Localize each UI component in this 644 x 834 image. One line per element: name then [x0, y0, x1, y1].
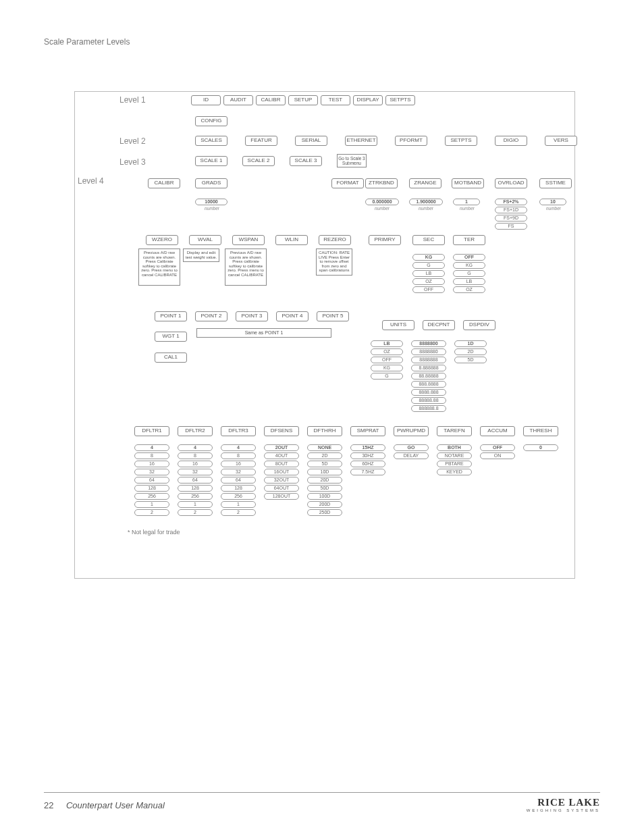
ovrload-0: FS+2% [495, 199, 527, 205]
dfltr2-6: 256 [178, 493, 213, 500]
l3-1: SCALE 2 [242, 156, 275, 166]
l2-featur: FEATUR [245, 136, 277, 146]
units-3: KG [371, 365, 403, 371]
tarefn-2: PBTARE [437, 461, 472, 467]
l1-display: DISPLAY [353, 95, 383, 105]
dfthrh-6: 100D [307, 493, 342, 500]
prim-decpnt: DECPNT [423, 320, 455, 330]
units-4: G [371, 373, 403, 380]
dfltr3-5: 128 [221, 485, 256, 492]
dfltr3-7: 1 [221, 501, 256, 508]
ter-4: OZ [453, 286, 485, 293]
dfthrh-7: 200D [307, 501, 342, 508]
dfltr1-5: 128 [134, 485, 169, 492]
dec-4: 88.88888 [411, 373, 446, 380]
dfltr2-4: 64 [178, 477, 213, 484]
br-thresh: THRESH [523, 426, 558, 436]
dfltr2-8: 2 [178, 509, 213, 516]
fmt-primry: PRIMRY [369, 235, 401, 245]
l4-ztrkbnd: ZTRKBND [365, 178, 398, 188]
br-dfltr2: DFLTR2 [178, 426, 213, 436]
units-2: OFF [371, 357, 403, 363]
dfsens-2: 8OUT [264, 461, 299, 467]
prim-dspdiv: DSPDIV [463, 320, 495, 330]
dfsens-5: 64OUT [264, 485, 299, 492]
pwrupmd-0: GO [394, 444, 429, 451]
same-note: Same as POINT 1 [196, 328, 331, 338]
l2-serial: SERIAL [295, 136, 327, 146]
dec-6: 8888.888 [411, 389, 446, 396]
zrange-val: 1.900000 [409, 199, 443, 205]
smprat-0: 15HZ [350, 444, 385, 451]
dfsens-6: 128OUT [264, 493, 299, 500]
smprat-2: 60HZ [350, 461, 385, 467]
l3-2: SCALE 3 [290, 156, 322, 166]
l2-digio: DIGIO [495, 136, 527, 146]
l1-test: TEST [321, 95, 350, 105]
ter-0: OFF [453, 254, 485, 261]
rezero-desc: CAUTION: RATE LIVE Press Enter to remove… [316, 249, 352, 276]
dfltr2-0: 4 [178, 444, 213, 451]
l2-ethernet: ETHERNET [345, 136, 377, 146]
dec-3: 8.888888 [411, 365, 446, 371]
br-dfthrh: DFTHRH [307, 426, 342, 436]
dfltr1-7: 1 [134, 501, 169, 508]
tarefn-1: NOTARE [437, 452, 472, 459]
logo: RICE LAKE [527, 797, 600, 808]
ztrkbnd-cap: number [361, 206, 403, 211]
br-dfsens: DFSENS [264, 426, 299, 436]
ovrload-2: FS+9D [495, 215, 527, 221]
dfltr3-8: 2 [221, 509, 256, 516]
cal-wlin: WLIN [275, 235, 308, 245]
motband-val: 1 [453, 199, 480, 205]
sec-0: KG [412, 254, 445, 261]
l4-sstime: SSTIME [539, 178, 572, 188]
l4-zrange: ZRANGE [409, 178, 441, 188]
dfltr3-2: 16 [221, 461, 256, 467]
br-smprat: SMPRAT [350, 426, 385, 436]
dfthrh-0: NONE [307, 444, 342, 451]
pt-3: POINT 4 [276, 311, 308, 321]
l3-0: SCALE 1 [195, 156, 227, 166]
l1-setpts: SETPTS [385, 95, 415, 105]
units-1: OZ [371, 348, 403, 355]
dsp-2: 5D [454, 357, 487, 363]
dfthrh-4: 20D [307, 477, 342, 484]
accum-0: OFF [480, 444, 515, 451]
l4-format: FORMAT [331, 178, 364, 188]
dfltr3-1: 8 [221, 452, 256, 459]
ovrload-1: FS+1D [495, 207, 527, 213]
dec-2: 8888888 [411, 357, 446, 363]
l2-pformt: PFORMT [395, 136, 427, 146]
cal-wval: WVAL [189, 235, 221, 245]
dfltr3-0: 4 [221, 444, 256, 451]
pt-0: POINT 1 [155, 311, 187, 321]
sec-4: OFF [412, 286, 445, 293]
wspan-desc: Previous A/D raw counts are shown. Press… [225, 249, 267, 286]
logo-subtitle: WEIGHING SYSTEMS [527, 808, 600, 812]
dfltr1-6: 256 [134, 493, 169, 500]
sstime-val: 10 [539, 199, 566, 205]
dfltr3-6: 256 [221, 493, 256, 500]
fmt-sec: SEC [412, 235, 445, 245]
l4-ovrload: OVRLOAD [495, 178, 527, 188]
wzero-desc: Previous A/D raw counts are shown. Press… [138, 249, 180, 286]
l1-setup: SETUP [288, 95, 318, 105]
l2-scales: SCALES [195, 136, 227, 146]
dfsens-0: 2OUT [264, 444, 299, 451]
pwrupmd-1: DELAY [394, 452, 429, 459]
br-pwrupmd: PWRUPMD [394, 426, 429, 436]
dfltr2-2: 16 [178, 461, 213, 467]
dfltr3-3: 32 [221, 469, 256, 475]
dfthrh-1: 2D [307, 452, 342, 459]
dsp-0: 1D [454, 340, 487, 347]
l1-calibr: CALIBR [256, 95, 286, 105]
dfltr2-5: 128 [178, 485, 213, 492]
node-config: CONFIG [195, 116, 227, 126]
dec-8: 888888.8 [411, 405, 446, 412]
dec-5: 888.8888 [411, 381, 446, 388]
smprat-1: 30HZ [350, 452, 385, 459]
grads-val: 10000 [195, 199, 227, 205]
pt-4: POINT 5 [317, 311, 349, 321]
l2-setpts: SETPTS [445, 136, 477, 146]
